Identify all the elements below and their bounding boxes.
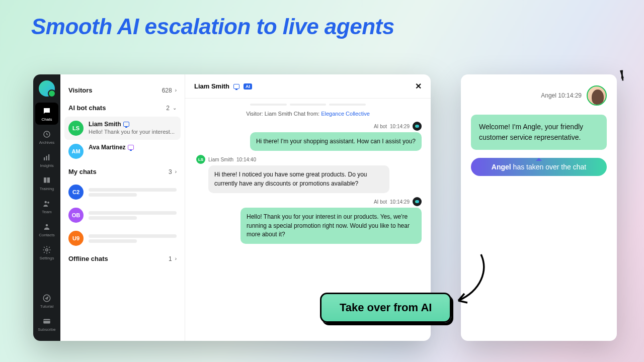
- msg-author: AI bot: [374, 199, 387, 205]
- agent-avatar: [587, 85, 607, 106]
- monitor-icon: [233, 84, 239, 89]
- svg-rect-1: [44, 157, 45, 160]
- ai-badge: AI: [244, 83, 252, 89]
- svg-point-5: [47, 202, 49, 204]
- msg-bubble: Hi there! I noticed you have some great …: [208, 165, 389, 193]
- msg-time: 10:14:40: [236, 157, 256, 162]
- gear-icon: [42, 245, 51, 254]
- svg-point-7: [46, 249, 48, 251]
- chevron-right-icon: ›: [175, 169, 177, 174]
- avatar: C2: [68, 185, 84, 200]
- nav-tutorial[interactable]: Tutorial: [35, 290, 58, 312]
- nav-team[interactable]: Team: [35, 195, 58, 217]
- nav-subscribe[interactable]: Subscribe: [35, 313, 58, 335]
- svg-rect-10: [43, 320, 50, 321]
- chat-row-ghost[interactable]: OB: [60, 204, 185, 227]
- nav-insights[interactable]: Insights: [35, 149, 58, 171]
- source-link[interactable]: Elegance Collective: [321, 111, 370, 117]
- avatar: LS: [196, 155, 205, 164]
- team-icon: [42, 199, 51, 208]
- chat-name: Liam Smith: [89, 121, 121, 128]
- section-label: AI bot chats: [68, 104, 106, 112]
- msg-author: AI bot: [374, 124, 387, 129]
- msg-time: 10:14:29: [390, 199, 410, 205]
- takeover-text: has taken over the chat: [511, 163, 586, 171]
- nav-label: Subscribe: [38, 327, 56, 332]
- nav-chats[interactable]: Chats: [35, 103, 58, 125]
- page-headline: Smooth AI escalation to live agents: [0, 0, 644, 39]
- section-ai-bot-chats[interactable]: AI bot chats 2⌄: [68, 99, 177, 117]
- takeover-notice: Angel has taken over the chat: [471, 158, 607, 176]
- bot-icon: [413, 197, 422, 206]
- compass-icon: [42, 294, 51, 303]
- section-my-chats[interactable]: My chats 3›: [68, 163, 177, 180]
- nav-label: Contacts: [39, 233, 55, 237]
- app-logo-icon[interactable]: [39, 80, 55, 97]
- section-count: 1: [169, 255, 172, 262]
- take-over-callout[interactable]: Take over from AI: [320, 293, 451, 323]
- nav-label: Team: [42, 210, 52, 214]
- nav-label: Archives: [39, 140, 55, 145]
- chat-row-ghost[interactable]: C2: [60, 180, 185, 204]
- chat-row-ava[interactable]: AM Ava Martinez: [60, 140, 185, 163]
- close-icon[interactable]: ✕: [415, 81, 422, 91]
- archive-icon: [42, 130, 51, 139]
- nav-settings[interactable]: Settings: [35, 241, 58, 263]
- chat-list-panel: Visitors 628› AI bot chats 2⌄ LS Liam Sm…: [60, 74, 185, 341]
- section-label: Visitors: [68, 86, 92, 94]
- msg-bubble: Hi there! I'm your shopping assistant. H…: [250, 132, 422, 151]
- takeover-name: Angel: [492, 163, 511, 171]
- section-count: 2: [166, 105, 170, 112]
- chevron-right-icon: ›: [175, 256, 177, 261]
- bars-icon: [42, 153, 51, 162]
- section-visitors[interactable]: Visitors 628›: [68, 81, 177, 99]
- nav-rail: Chats Archives Insights Training Team Co…: [33, 74, 60, 341]
- nav-label: Insights: [40, 163, 54, 168]
- msg-time: 10:14:29: [390, 124, 410, 129]
- chat-icon: [42, 107, 51, 116]
- section-label: Offline chats: [68, 255, 108, 262]
- chat-preview: Hello! Thank you for your interest...: [89, 129, 177, 135]
- nav-label: Chats: [42, 117, 52, 122]
- svg-rect-3: [48, 154, 49, 160]
- agent-header: Angel 10:14:29: [471, 85, 607, 106]
- message-visitor: LSLiam Smith 10:14:40 Hi there! I notice…: [194, 155, 422, 193]
- progress-bar: [250, 104, 366, 106]
- section-count: 628: [162, 87, 172, 94]
- message-ai: AI bot 10:14:29 Hi there! I'm your shopp…: [194, 122, 422, 151]
- chevron-right-icon: ›: [175, 87, 177, 93]
- chat-row-liam[interactable]: LS Liam Smith Hello! Thank you for your …: [64, 117, 181, 140]
- conversation-title: Liam Smith: [194, 82, 229, 90]
- chat-source-line: Visitor: Liam Smith Chat from: Elegance …: [185, 109, 431, 122]
- avatar: OB: [68, 208, 84, 223]
- nav-archives[interactable]: Archives: [35, 126, 58, 148]
- agent-name: Angel: [541, 92, 556, 99]
- svg-rect-2: [46, 156, 47, 160]
- agent-welcome-bubble: Welcome! I'm Angle, your friendly custom…: [471, 115, 607, 150]
- monitor-icon: [123, 122, 129, 127]
- chat-row-ghost[interactable]: U9: [60, 227, 185, 250]
- nav-training[interactable]: Training: [35, 172, 58, 194]
- chevron-down-icon: ⌄: [173, 105, 177, 111]
- agent-time: 10:14:29: [558, 92, 582, 99]
- nav-label: Settings: [40, 256, 54, 260]
- avatar: U9: [68, 231, 84, 246]
- svg-point-6: [46, 224, 48, 227]
- msg-bubble: Hello! Thank you for your interest in ou…: [240, 208, 422, 244]
- chat-name: Ava Martinez: [89, 144, 126, 151]
- message-ai: AI bot 10:14:29 Hello! Thank you for you…: [194, 197, 422, 244]
- section-count: 3: [169, 168, 172, 175]
- svg-rect-9: [43, 319, 50, 324]
- bot-icon: [413, 122, 422, 131]
- contact-icon: [42, 222, 51, 231]
- svg-point-4: [45, 201, 47, 204]
- spark-accent-icon: \ | /: [620, 68, 622, 81]
- nav-label: Training: [40, 187, 54, 191]
- monitor-icon: [128, 145, 134, 150]
- arrow-annotation-icon: [451, 250, 501, 296]
- card-icon: [42, 317, 51, 326]
- section-offline-chats[interactable]: Offline chats 1›: [68, 250, 177, 267]
- avatar: AM: [68, 144, 84, 159]
- avatar: LS: [68, 121, 84, 136]
- nav-contacts[interactable]: Contacts: [35, 218, 58, 240]
